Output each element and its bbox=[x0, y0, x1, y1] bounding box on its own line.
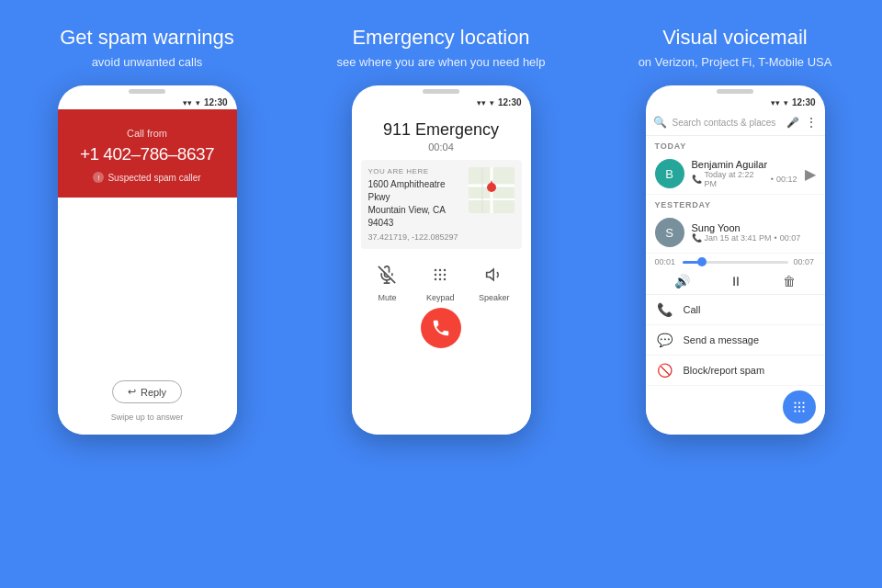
location-text: YOU ARE HERE 1600 Amphitheatre Pkwy Moun… bbox=[368, 167, 463, 242]
emergency-screen: 911 Emergency 00:04 YOU ARE HERE 1600 Am… bbox=[352, 109, 531, 435]
address-line1: 1600 Amphitheatre Pkwy bbox=[368, 178, 463, 204]
map-thumbnail bbox=[469, 167, 514, 213]
swipe-text: Swipe up to answer bbox=[111, 413, 184, 422]
status-time-3: 12:30 bbox=[792, 97, 816, 107]
playback-progress: 00:01 00:07 bbox=[646, 254, 825, 270]
status-bar-2: ▾▾ ▾ 12:30 bbox=[352, 94, 531, 109]
svg-point-16 bbox=[435, 278, 437, 281]
phone-frame-3: ▾▾ ▾ 12:30 🔍 Search contacts & places 🎤 … bbox=[646, 85, 825, 435]
status-bar-1: ▾▾ ▾ 12:30 bbox=[58, 94, 237, 109]
svg-point-13 bbox=[435, 274, 437, 277]
message-icon: 💬 bbox=[657, 333, 673, 347]
voicemail-item-2[interactable]: S Sung Yoon 📞 Jan 15 at 3:41 PM • 00:07 bbox=[646, 212, 825, 254]
voicemail-item-1[interactable]: B Benjamin Aguilar 📞 Today at 2:22 PM • … bbox=[646, 153, 825, 195]
wifi-icon: ▾ bbox=[196, 98, 200, 107]
search-bar: 🔍 Search contacts & places 🎤 ⋮ bbox=[646, 109, 825, 136]
contact-name-2: Sung Yoon bbox=[692, 222, 816, 233]
svg-point-23 bbox=[794, 406, 796, 408]
voicemail-screen: 🔍 Search contacts & places 🎤 ⋮ TODAY B B… bbox=[646, 109, 825, 435]
svg-point-12 bbox=[444, 269, 447, 272]
action-message[interactable]: 💬 Send a message bbox=[646, 325, 825, 356]
signal-icon-2: ▾▾ bbox=[477, 98, 486, 107]
emergency-caller: 911 Emergency 00:04 bbox=[352, 109, 531, 160]
mute-label: Mute bbox=[378, 293, 396, 302]
mic-icon[interactable]: 🎤 bbox=[786, 117, 799, 129]
progress-start: 00:01 bbox=[655, 257, 677, 266]
keypad-icon bbox=[425, 260, 455, 289]
address-line2: Mountain View, CA 94043 bbox=[368, 204, 463, 230]
svg-point-28 bbox=[802, 410, 804, 412]
play-button-1[interactable]: ▶ bbox=[805, 165, 816, 183]
vm-date-2: Jan 15 at 3:41 PM bbox=[705, 233, 772, 243]
vm-meta-1: 📞 Today at 2:22 PM • 00:12 bbox=[692, 170, 797, 188]
more-icon[interactable]: ⋮ bbox=[805, 115, 818, 130]
mute-button[interactable]: Mute bbox=[372, 260, 401, 302]
spam-warning-text: Suspected spam caller bbox=[107, 173, 200, 183]
speaker-label: Speaker bbox=[479, 293, 510, 302]
action-block-label: Block/report spam bbox=[684, 365, 765, 376]
status-time-1: 12:30 bbox=[204, 97, 228, 107]
svg-point-25 bbox=[802, 406, 804, 408]
vm-duration-2: 00:07 bbox=[780, 233, 801, 243]
contact-name-1: Benjamin Aguilar bbox=[692, 159, 797, 170]
svg-point-10 bbox=[435, 269, 437, 272]
progress-bar[interactable] bbox=[683, 261, 788, 264]
svg-point-22 bbox=[802, 401, 804, 403]
call-icon: 📞 bbox=[657, 302, 673, 317]
svg-marker-19 bbox=[486, 269, 493, 280]
end-call-button[interactable] bbox=[421, 308, 461, 348]
panel3-subtitle: on Verizon, Project Fi, T-Mobile USA bbox=[639, 55, 832, 69]
action-call[interactable]: 📞 Call bbox=[646, 295, 825, 325]
status-bar-3: ▾▾ ▾ 12:30 bbox=[646, 94, 825, 109]
svg-point-21 bbox=[797, 401, 799, 403]
reply-button[interactable]: ↩ Reply bbox=[112, 380, 182, 403]
action-block[interactable]: 🚫 Block/report spam bbox=[646, 356, 825, 386]
search-input[interactable]: Search contacts & places bbox=[673, 118, 781, 128]
vm-date-1: Today at 2:22 PM bbox=[705, 170, 768, 188]
signal-icon-3: ▾▾ bbox=[771, 98, 780, 107]
panel2-title: Emergency location bbox=[352, 26, 529, 50]
panel1-subtitle: avoid unwanted calls bbox=[92, 55, 203, 69]
svg-point-26 bbox=[794, 410, 796, 412]
reply-label: Reply bbox=[141, 387, 166, 398]
svg-point-24 bbox=[797, 406, 799, 408]
spam-number: +1 402–786–8637 bbox=[80, 144, 214, 164]
reply-icon: ↩ bbox=[128, 386, 136, 398]
mute-icon bbox=[372, 260, 401, 289]
location-card: YOU ARE HERE 1600 Amphitheatre Pkwy Moun… bbox=[361, 160, 522, 249]
keypad-button[interactable]: Keypad bbox=[425, 260, 455, 302]
panel1-title: Get spam warnings bbox=[60, 26, 234, 50]
vm-call-icon-2: 📞 bbox=[692, 233, 702, 243]
svg-point-14 bbox=[439, 274, 442, 277]
pause-icon[interactable]: ⏸ bbox=[729, 274, 742, 288]
progress-fill bbox=[683, 261, 698, 264]
speaker-button[interactable]: Speaker bbox=[479, 260, 510, 302]
svg-point-20 bbox=[794, 401, 796, 403]
panel-emergency: Emergency location see where you are whe… bbox=[294, 0, 588, 588]
delete-icon[interactable]: 🗑 bbox=[783, 274, 796, 288]
yesterday-section: YESTERDAY bbox=[646, 195, 825, 212]
spam-body: ↩ Reply Swipe up to answer bbox=[58, 198, 237, 435]
progress-end: 00:07 bbox=[794, 257, 816, 266]
panel-spam: Get spam warnings avoid unwanted calls ▾… bbox=[0, 0, 294, 588]
status-time-2: 12:30 bbox=[498, 97, 522, 107]
spam-warning: ! Suspected spam caller bbox=[93, 172, 200, 183]
svg-point-17 bbox=[439, 278, 442, 281]
panel-voicemail: Visual voicemail on Verizon, Project Fi,… bbox=[588, 0, 882, 588]
panel3-title: Visual voicemail bbox=[662, 26, 807, 50]
vm-actions: 📞 Call 💬 Send a message 🚫 Block/report s… bbox=[646, 294, 825, 386]
wifi-icon-3: ▾ bbox=[784, 98, 788, 107]
vm-dur-sep-1: • bbox=[771, 175, 774, 184]
you-are-here-label: YOU ARE HERE bbox=[368, 167, 463, 175]
volume-icon[interactable]: 🔊 bbox=[674, 274, 690, 288]
action-message-label: Send a message bbox=[684, 334, 760, 345]
speaker-icon bbox=[480, 260, 509, 289]
location-coords: 37.421719, -122.085297 bbox=[368, 232, 463, 242]
search-icon: 🔍 bbox=[653, 116, 667, 129]
map-svg bbox=[469, 167, 514, 213]
avatar-ba: B bbox=[655, 159, 684, 188]
fab-keypad[interactable] bbox=[783, 390, 816, 424]
svg-point-27 bbox=[797, 410, 799, 412]
vm-duration-1: 00:12 bbox=[776, 175, 797, 184]
vm-dur-sep-2: • bbox=[775, 233, 777, 243]
